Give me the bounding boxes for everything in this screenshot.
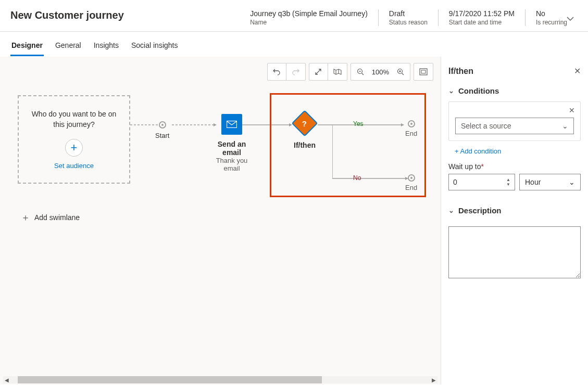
start-circle-icon bbox=[159, 121, 166, 129]
add-swimlane-button[interactable]: ＋ Add swimlane bbox=[21, 213, 80, 222]
panel-title: If/then bbox=[448, 67, 473, 76]
view-group bbox=[309, 63, 347, 81]
chevron-down-icon: ⌄ bbox=[448, 87, 454, 95]
tab-general[interactable]: General bbox=[54, 35, 82, 56]
remove-condition-button[interactable]: ✕ bbox=[569, 106, 575, 114]
tab-social-insights[interactable]: Social insights bbox=[130, 35, 179, 56]
end-node-yes[interactable]: End bbox=[405, 120, 417, 137]
panel-close-button[interactable]: ✕ bbox=[574, 66, 581, 76]
fit-group bbox=[414, 63, 433, 81]
header-value-name: Journey q3b (Simple Email Journey) bbox=[250, 9, 368, 18]
svg-line-1 bbox=[361, 73, 364, 75]
conditions-label: Conditions bbox=[458, 86, 499, 95]
header-field-start: 9/17/2020 11:52 PM Start date and time bbox=[438, 9, 525, 26]
description-section-header[interactable]: ⌄ Description bbox=[448, 203, 581, 221]
add-audience-button[interactable]: + bbox=[65, 139, 83, 157]
undo-button[interactable] bbox=[268, 63, 286, 80]
end-node-no[interactable]: End bbox=[405, 174, 417, 191]
page-title: New Customer journey bbox=[10, 9, 250, 21]
designer-canvas[interactable]: 100% Who do you want to be on this journ… bbox=[0, 57, 441, 384]
condition-card: ✕ Select a source ⌄ bbox=[448, 101, 581, 141]
end-circle-icon bbox=[408, 174, 415, 182]
description-textarea[interactable] bbox=[448, 226, 581, 278]
chevron-down-icon: ⌄ bbox=[448, 207, 454, 214]
fit-screen-button[interactable] bbox=[414, 63, 433, 80]
add-swimlane-label: Add swimlane bbox=[34, 213, 80, 222]
header-label-recurring: Is recurring bbox=[536, 19, 567, 26]
chevron-down-icon: ⌄ bbox=[562, 122, 568, 130]
minimap-button[interactable] bbox=[328, 63, 347, 80]
zoom-in-button[interactable] bbox=[391, 63, 410, 80]
spinner-icon[interactable]: ▲▼ bbox=[506, 178, 510, 187]
yes-branch-label: Yes bbox=[353, 120, 364, 127]
page-header: New Customer journey Journey q3b (Simple… bbox=[0, 0, 588, 32]
add-condition-link[interactable]: + Add condition bbox=[448, 147, 581, 155]
end-circle-icon bbox=[408, 120, 415, 127]
header-label-start: Start date and time bbox=[449, 19, 515, 26]
header-label-name: Name bbox=[250, 19, 368, 26]
scrollbar-thumb[interactable] bbox=[18, 376, 322, 383]
undo-redo-group bbox=[267, 63, 306, 81]
description-label: Description bbox=[458, 206, 502, 215]
ifthen-node[interactable]: ? If/then bbox=[289, 111, 320, 149]
header-field-status: Draft Status reason bbox=[378, 9, 438, 26]
select-source-placeholder: Select a source bbox=[461, 122, 511, 130]
conditions-section-header[interactable]: ⌄ Conditions bbox=[448, 83, 581, 101]
diamond-icon: ? bbox=[292, 110, 318, 137]
start-node[interactable]: Start bbox=[155, 121, 169, 139]
no-branch-label: No bbox=[353, 174, 361, 182]
svg-marker-16 bbox=[401, 123, 404, 126]
end-label-no: End bbox=[405, 184, 417, 191]
header-fields: Journey q3b (Simple Email Journey) Name … bbox=[250, 9, 578, 26]
email-node[interactable]: Send an email Thank you email bbox=[208, 114, 255, 172]
wait-value-input[interactable]: 0 ▲▼ bbox=[448, 174, 515, 190]
set-audience-link[interactable]: Set audience bbox=[54, 162, 94, 170]
email-icon bbox=[221, 114, 242, 135]
tab-designer[interactable]: Designer bbox=[10, 35, 44, 56]
wait-value: 0 bbox=[453, 178, 457, 186]
end-label-yes: End bbox=[405, 130, 417, 137]
svg-rect-8 bbox=[421, 70, 426, 73]
audience-question: Who do you want to be on this journey? bbox=[19, 109, 129, 130]
wait-up-to-field: Wait up to* 0 ▲▼ Hour ⌄ bbox=[448, 162, 581, 190]
start-label: Start bbox=[155, 132, 169, 139]
properties-panel: If/then ✕ ⌄ Conditions ✕ Select a source… bbox=[441, 57, 588, 384]
required-indicator: * bbox=[481, 162, 484, 171]
email-node-subtitle: Thank you email bbox=[208, 157, 255, 172]
chevron-down-icon: ⌄ bbox=[569, 178, 575, 186]
fullscreen-button[interactable] bbox=[309, 63, 328, 80]
header-expand-button[interactable] bbox=[566, 15, 574, 24]
plus-icon: ＋ bbox=[21, 213, 30, 222]
wait-label: Wait up to bbox=[448, 162, 481, 171]
scroll-left-icon[interactable]: ◀ bbox=[3, 377, 10, 383]
header-value-status: Draft bbox=[389, 9, 428, 18]
horizontal-scrollbar[interactable]: ◀ ▶ bbox=[3, 376, 437, 383]
svg-rect-7 bbox=[420, 69, 427, 75]
scroll-right-icon[interactable]: ▶ bbox=[430, 377, 437, 383]
question-icon: ? bbox=[302, 119, 307, 127]
svg-line-4 bbox=[402, 73, 404, 75]
wait-unit-dropdown[interactable]: Hour ⌄ bbox=[519, 174, 581, 190]
main-area: 100% Who do you want to be on this journ… bbox=[0, 57, 588, 384]
tab-insights[interactable]: Insights bbox=[93, 35, 120, 56]
header-label-status: Status reason bbox=[389, 19, 428, 26]
zoom-control: 100% bbox=[351, 63, 410, 81]
redo-button[interactable] bbox=[286, 63, 305, 80]
zoom-value: 100% bbox=[370, 68, 391, 76]
audience-card[interactable]: Who do you want to be on this journey? +… bbox=[18, 95, 130, 184]
header-value-recurring: No bbox=[536, 9, 567, 18]
ifthen-node-title: If/then bbox=[294, 141, 316, 149]
header-field-name: Journey q3b (Simple Email Journey) Name bbox=[250, 9, 378, 26]
email-node-title: Send an email bbox=[208, 140, 255, 157]
plus-icon: + bbox=[71, 142, 78, 153]
zoom-out-button[interactable] bbox=[351, 63, 370, 80]
canvas-toolbar: 100% bbox=[267, 63, 433, 81]
tab-bar: Designer General Insights Social insight… bbox=[0, 35, 588, 57]
header-value-start: 9/17/2020 11:52 PM bbox=[449, 9, 515, 18]
wait-unit-value: Hour bbox=[525, 178, 541, 186]
select-source-dropdown[interactable]: Select a source ⌄ bbox=[455, 118, 574, 134]
